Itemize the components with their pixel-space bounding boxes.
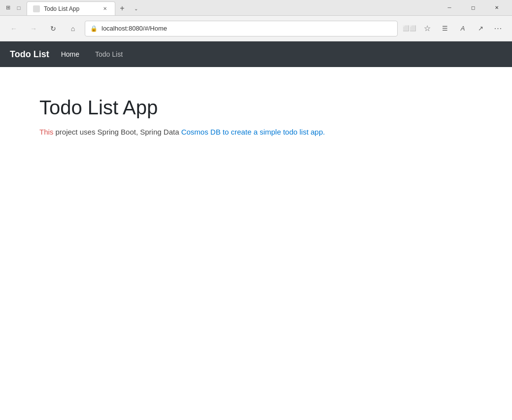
- page-subtitle: This project uses Spring Boot, Spring Da…: [39, 127, 473, 138]
- navbar-link-todolist[interactable]: Todo List: [91, 48, 127, 60]
- tab-icon[interactable]: □: [15, 4, 23, 12]
- title-bar: ⊞ □ Todo List App ✕ + ⌄ ─ ◻ ✕: [0, 0, 512, 16]
- page-content: Todo List App This project uses Spring B…: [0, 67, 512, 420]
- tab-strip: Todo List App ✕ + ⌄: [27, 0, 434, 15]
- minimize-button[interactable]: ─: [438, 0, 461, 16]
- app-navbar: Todo List Home Todo List: [0, 41, 512, 67]
- favorites-button[interactable]: ☆: [419, 21, 435, 36]
- browser-window: ⊞ □ Todo List App ✕ + ⌄ ─ ◻ ✕ ← → ↻ ⌂ 🔒: [0, 0, 512, 420]
- subtitle-text-1: project uses Spring Boot, Spring Data: [53, 128, 181, 136]
- toolbar: ← → ↻ ⌂ 🔒 ⬜⬜ ☆ ☰ A ↗ ···: [0, 16, 512, 41]
- navbar-brand[interactable]: Todo List: [10, 49, 49, 60]
- address-security-icon: 🔒: [90, 25, 98, 32]
- tab-favicon: [33, 5, 40, 12]
- subtitle-cosmos: Cosmos DB: [181, 128, 221, 136]
- tab-dropdown-button[interactable]: ⌄: [129, 1, 143, 15]
- navbar-link-home[interactable]: Home: [57, 48, 83, 60]
- read-aloud-button[interactable]: A: [455, 21, 471, 36]
- window-controls: ─ ◻ ✕: [438, 0, 508, 16]
- toolbar-right-icons: ⬜⬜ ☆ ☰ A ↗ ···: [402, 21, 506, 36]
- collections-button[interactable]: ☰: [437, 21, 453, 36]
- page-title: Todo List App: [39, 97, 473, 119]
- address-input[interactable]: [102, 25, 392, 32]
- active-tab[interactable]: Todo List App ✕: [27, 1, 115, 15]
- back-pages-icon[interactable]: ⊞: [4, 4, 12, 12]
- home-button[interactable]: ⌂: [65, 21, 81, 36]
- browser-icons-left: ⊞ □: [4, 4, 23, 12]
- tab-close-button[interactable]: ✕: [101, 5, 109, 13]
- restore-button[interactable]: ◻: [462, 0, 484, 16]
- back-button[interactable]: ←: [6, 21, 22, 36]
- reader-mode-button[interactable]: ⬜⬜: [402, 21, 417, 36]
- subtitle-text-2: to create a simple todo list app.: [221, 128, 325, 136]
- share-button[interactable]: ↗: [473, 21, 488, 36]
- tab-title: Todo List App: [44, 5, 97, 12]
- new-tab-button[interactable]: +: [115, 1, 129, 15]
- close-button[interactable]: ✕: [485, 0, 508, 16]
- more-button[interactable]: ···: [490, 21, 506, 36]
- address-bar[interactable]: 🔒: [85, 21, 398, 36]
- refresh-button[interactable]: ↻: [45, 21, 61, 36]
- forward-button[interactable]: →: [26, 21, 41, 36]
- subtitle-this: This: [39, 128, 53, 136]
